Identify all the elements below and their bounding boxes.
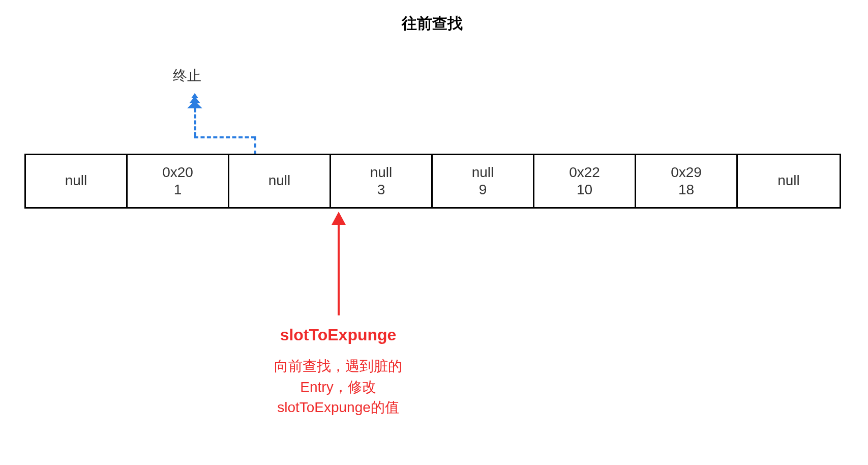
pointer-title: slotToExpunge (229, 326, 447, 344)
terminate-dash-vertical-2 (254, 136, 256, 155)
cell-key: null (777, 172, 800, 189)
array-cell: null 3 (331, 155, 433, 207)
array-cell: null 9 (433, 155, 534, 207)
pointer-desc-line: 向前查找，遇到脏的 (229, 356, 447, 377)
hash-table-array: null 0x20 1 null null 3 null 9 0x22 10 0… (24, 154, 841, 209)
cell-key: null (370, 164, 393, 181)
terminate-dash-vertical-1 (194, 108, 196, 136)
cell-value: 1 (174, 182, 182, 198)
cell-value: 18 (678, 182, 694, 198)
array-cell: 0x22 10 (534, 155, 636, 207)
pointer-arrow-head-icon (332, 212, 346, 225)
array-cell: null (738, 155, 840, 207)
array-cell: null (26, 155, 128, 207)
array-cell: 0x29 18 (636, 155, 738, 207)
backward-scan-label: 往前查找 (20, 13, 844, 34)
svg-marker-0 (187, 93, 202, 108)
cell-key: 0x20 (162, 164, 193, 181)
terminate-label: 终止 (173, 66, 201, 85)
cell-key: 0x29 (671, 164, 702, 181)
pointer-description: 向前查找，遇到脏的 Entry，修改 slotToExpunge的值 (229, 356, 447, 418)
pointer-desc-line: slotToExpunge的值 (229, 397, 447, 418)
cell-value: 9 (479, 182, 487, 198)
array-cell: 0x20 1 (128, 155, 229, 207)
cell-value: 10 (577, 182, 592, 198)
cell-value: 3 (377, 182, 385, 198)
cell-key: null (65, 172, 87, 189)
cell-key: 0x22 (569, 164, 600, 181)
backward-scan-arrow: 往前查找 (20, 15, 844, 36)
cell-key: null (268, 172, 291, 189)
terminate-dash-horizontal (194, 136, 255, 138)
cell-key: null (472, 164, 494, 181)
pointer-arrow-stem (338, 224, 340, 315)
array-cell: null (229, 155, 331, 207)
pointer-desc-line: Entry，修改 (229, 377, 447, 398)
